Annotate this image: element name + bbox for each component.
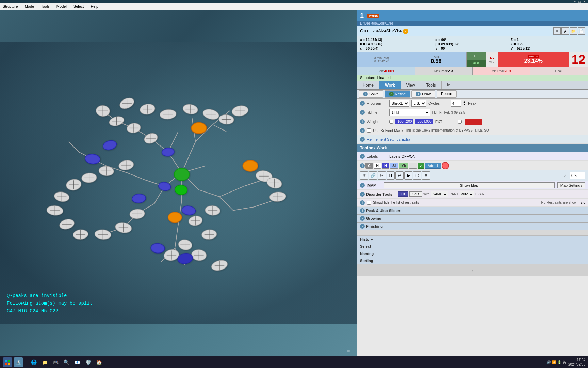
refinement-extra-row[interactable]: i Refinement Settings Extra <box>357 135 588 144</box>
menu-mode[interactable]: Mode <box>23 4 36 9</box>
q-peaks-text: Q-peaks are invisible <box>7 292 95 300</box>
sorting-header[interactable]: Sorting <box>357 257 588 264</box>
element-Yb[interactable]: Yb <box>399 163 408 169</box>
show-map-button[interactable]: Show Map <box>384 182 555 188</box>
tab-tools[interactable]: Tools <box>421 81 442 89</box>
peak-uiso-header[interactable]: i Peak & Uiso Sliders <box>357 207 588 214</box>
history-header[interactable]: History <box>357 236 588 243</box>
brush-tool[interactable]: 🖌 <box>561 27 569 35</box>
structure-header: 1 TWINS <box>357 10 588 21</box>
subtab-report[interactable]: Report <box>437 90 457 98</box>
solvent-mask-check[interactable] <box>367 128 371 133</box>
naming-header[interactable]: Naming <box>357 250 588 257</box>
svg-point-144 <box>168 212 182 223</box>
element-Si[interactable]: Si <box>390 163 398 169</box>
menu-model[interactable]: Model <box>55 4 68 9</box>
tab-home[interactable]: Home <box>357 81 379 89</box>
hydrogen-icon[interactable]: H <box>387 171 395 180</box>
svg-point-143 <box>243 160 258 171</box>
pencil-tool[interactable]: ✏ <box>553 27 561 35</box>
subtab-solve[interactable]: i Solve <box>359 90 383 98</box>
peak-uiso-label: Peak & Uiso Sliders <box>366 209 401 213</box>
cross-icon[interactable]: ✕ <box>422 171 430 180</box>
program-row: i Program ShelXL L.S. Cycles ▲ ▼ Peak <box>357 99 588 108</box>
param-gamma: γ = 90° <box>435 47 510 50</box>
labels-info-icon: i <box>360 154 365 159</box>
play-icon[interactable]: ▶ <box>404 171 412 180</box>
cut-icon[interactable]: ✂ <box>378 171 386 180</box>
split-button[interactable]: Split <box>409 191 422 197</box>
lang-indicator[interactable]: 英 <box>563 360 566 365</box>
growing-info-icon: i <box>360 216 365 221</box>
naming-section: Naming <box>357 250 588 257</box>
param-weight: Z = 0.25 <box>511 42 585 46</box>
map-settings-button[interactable]: Map Settings <box>557 182 585 188</box>
stats-bars-bottom: Shift -0.001 Max Peak 2.3 Min Peak -1.9 … <box>357 67 588 75</box>
element-more[interactable]: ... <box>409 163 417 169</box>
taskbar: 🔬 🌐 📁 🎮 🔍 📧 🛡️ 🏠 🔊 📶 🔋 英 17:04 2024/02/0… <box>0 356 588 368</box>
tray-icon-3: 🔋 <box>557 360 561 364</box>
taskbar-icon-7[interactable]: 🏠 <box>94 357 104 367</box>
menu-tools[interactable]: Tools <box>39 4 51 9</box>
right-panel: 1 TWINS D:\Desktop\work\1.res C160H284N2… <box>357 10 588 356</box>
hkl-select[interactable]: 1.hkl <box>389 109 430 116</box>
page-tool[interactable]: 📄 <box>578 27 585 35</box>
select-header[interactable]: Select <box>357 243 588 250</box>
program-select[interactable]: ShelXL <box>389 100 409 107</box>
tab-work[interactable]: Work <box>379 81 401 89</box>
z-input[interactable] <box>570 172 585 179</box>
check-mark-icon[interactable]: ✓ <box>418 163 424 169</box>
ls-select[interactable]: L.S. <box>411 100 426 107</box>
formula-badge: i <box>403 29 408 34</box>
element-H[interactable]: H <box>374 163 381 169</box>
undo-icon[interactable]: ↩ <box>395 171 404 180</box>
loaded-status: Structure 1 loaded <box>357 75 588 81</box>
taskbar-explorer[interactable]: 📁 <box>40 357 49 367</box>
taskbar-icon-6[interactable]: 🛡️ <box>83 357 93 367</box>
menu-select[interactable]: Select <box>72 4 85 9</box>
add-h-button[interactable]: Add H <box>425 163 441 169</box>
r1-label-block: R₁ wR₂ <box>486 52 498 67</box>
start-button[interactable] <box>3 357 12 367</box>
refinement-extra-label: Refinement Settings Extra <box>367 137 410 141</box>
tab-info[interactable]: In <box>442 81 456 89</box>
cycles-spinner[interactable]: ▲ ▼ <box>463 101 466 106</box>
subtab-refine[interactable]: ✓ Refine <box>385 90 410 98</box>
finishing-header[interactable]: i Finishing <box>357 223 588 230</box>
exti-check[interactable] <box>458 120 462 124</box>
taskbar-firefox[interactable]: 🌐 <box>29 357 38 367</box>
refine-button[interactable] <box>465 119 482 125</box>
cycles-input[interactable] <box>451 100 461 107</box>
folder-tool[interactable]: 📁 <box>570 27 577 35</box>
auto-select[interactable]: auto <box>460 191 474 197</box>
taskbar-olex[interactable]: 🔬 <box>14 357 23 367</box>
same-select[interactable]: SAME <box>431 191 448 197</box>
taskbar-icon-3[interactable]: 🎮 <box>51 357 60 367</box>
shift-block: Shift -0.001 <box>357 67 415 75</box>
viewport-3d[interactable]: Q-peaks are invisible Following atom(s) … <box>0 10 357 356</box>
restraints-check[interactable] <box>367 201 371 205</box>
growing-header[interactable]: i Growing <box>357 215 588 222</box>
element-C[interactable]: C <box>365 163 373 169</box>
stats-bars-top: d min (Mo) θ=2°-75.4° Rint 0.58 R₁ 31.8 … <box>357 52 588 67</box>
bond-icon[interactable]: 🔗 <box>369 171 377 180</box>
nav-tabs: Home Work View Tools In <box>357 81 588 90</box>
growing-section: i Growing <box>357 215 588 223</box>
menu-help[interactable]: Help <box>89 4 100 9</box>
with-label: with <box>424 192 430 196</box>
subtab-draw[interactable]: i Draw <box>411 90 435 98</box>
menu-structure[interactable]: Structure <box>1 4 19 9</box>
sub-tabs: i Solve ✓ Refine i Draw Report <box>357 90 588 99</box>
tab-view[interactable]: View <box>401 81 421 89</box>
refresh-icon[interactable] <box>442 162 449 169</box>
toolbox-header: Toolbox Work <box>357 144 588 152</box>
hex-icon[interactable]: ⬡ <box>413 171 421 180</box>
element-N[interactable]: N <box>382 163 389 169</box>
taskbar-icon-4[interactable]: 🔍 <box>62 357 71 367</box>
disorder-tools-row: i Disorder Tools Fit Split with SAME PAR… <box>357 190 588 199</box>
weight-check1[interactable] <box>389 120 393 124</box>
taskbar-icon-5[interactable]: 📧 <box>72 357 82 367</box>
fit-button[interactable]: Fit <box>398 191 408 197</box>
atom-connect-icon[interactable]: ⚛ <box>360 171 368 180</box>
growing-label: Growing <box>366 216 381 220</box>
